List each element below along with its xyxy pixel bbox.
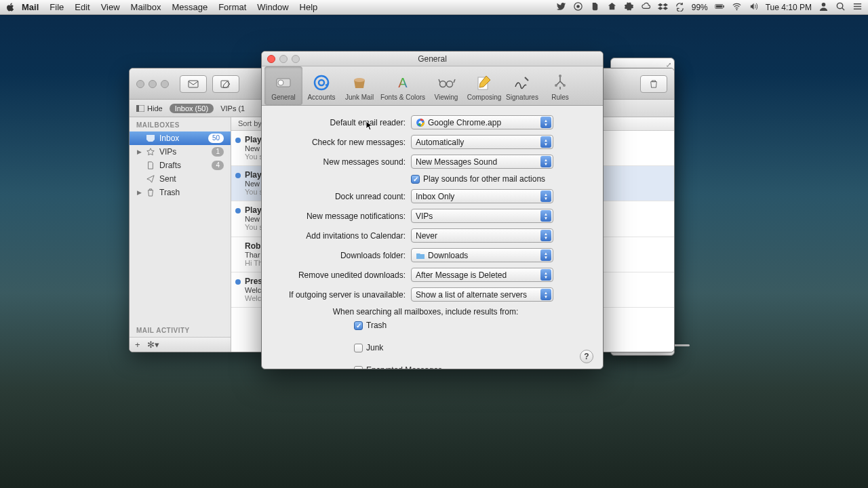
tab-signatures[interactable]: Signatures bbox=[503, 66, 541, 105]
unread-dot-icon bbox=[235, 279, 241, 285]
menu-window[interactable]: Window bbox=[257, 2, 288, 12]
dock-popup[interactable]: Inbox Only▲▼ bbox=[411, 189, 553, 203]
zoom-icon[interactable] bbox=[161, 80, 169, 88]
tab-accounts[interactable]: Accounts bbox=[302, 66, 340, 105]
prefs-titlebar: General bbox=[262, 52, 603, 66]
apple-icon[interactable] bbox=[5, 3, 15, 12]
svg-rect-3 bbox=[723, 5, 724, 7]
unread-dot-icon bbox=[235, 138, 241, 143]
chrome-icon bbox=[416, 118, 425, 127]
compose-button[interactable] bbox=[212, 75, 239, 93]
sidebar-sent[interactable]: Sent bbox=[130, 172, 231, 186]
at-icon bbox=[312, 73, 331, 92]
clock-text[interactable]: Tue 4:10 PM bbox=[766, 3, 812, 12]
favorite-vips[interactable]: VIPs (1 bbox=[220, 104, 245, 113]
search-heading: When searching all mailboxes, include re… bbox=[262, 307, 589, 317]
menu-view[interactable]: View bbox=[101, 2, 120, 12]
default-reader-popup[interactable]: Google Chrome.app▲▼ bbox=[411, 115, 553, 129]
battery-percent[interactable]: 99% bbox=[692, 3, 708, 12]
unread-dot-icon bbox=[235, 208, 241, 214]
junk-icon bbox=[350, 73, 369, 92]
wifi-icon[interactable] bbox=[732, 1, 742, 14]
paper-plane-icon bbox=[146, 175, 155, 183]
svg-point-22 bbox=[440, 81, 446, 87]
close-icon[interactable] bbox=[267, 55, 275, 63]
tab-viewing[interactable]: Viewing bbox=[427, 66, 465, 105]
favorite-inbox[interactable]: Inbox (50) bbox=[170, 104, 214, 113]
minimize-icon[interactable] bbox=[279, 55, 288, 63]
sidebar-drafts[interactable]: Drafts4 bbox=[130, 159, 231, 172]
zoom-icon[interactable] bbox=[292, 55, 300, 63]
menu-format[interactable]: Format bbox=[218, 2, 246, 12]
svg-point-5 bbox=[736, 9, 737, 10]
dropbox-icon[interactable] bbox=[658, 1, 668, 14]
downloads-popup[interactable]: Downloads▲▼ bbox=[411, 248, 553, 262]
remove-popup[interactable]: After Message is Deleted▲▼ bbox=[411, 268, 553, 282]
fonts-icon: A bbox=[393, 73, 412, 92]
menubar-app-name[interactable]: Mail bbox=[22, 2, 39, 12]
home-icon[interactable] bbox=[607, 1, 617, 14]
search-junk-checkbox[interactable]: Junk bbox=[354, 343, 589, 352]
sidebar-vips[interactable]: ▶ VIPs1 bbox=[130, 145, 231, 159]
minimize-icon[interactable] bbox=[149, 80, 157, 88]
check-new-popup[interactable]: Automatically▲▼ bbox=[411, 135, 553, 149]
preferences-window: General General Accounts Junk Mail AFont… bbox=[261, 51, 604, 369]
notif-popup[interactable]: VIPs▲▼ bbox=[411, 209, 553, 223]
help-button[interactable]: ? bbox=[580, 350, 593, 363]
trash-icon bbox=[146, 188, 155, 197]
tab-junk-mail[interactable]: Junk Mail bbox=[340, 66, 378, 105]
tab-rules[interactable]: Rules bbox=[541, 66, 579, 105]
menu-message[interactable]: Message bbox=[172, 2, 208, 12]
glasses-icon bbox=[437, 73, 456, 92]
cloud-icon[interactable] bbox=[641, 1, 651, 14]
sidebar-inbox[interactable]: Inbox50 bbox=[130, 131, 231, 145]
signature-icon bbox=[513, 73, 532, 92]
switch-icon bbox=[274, 73, 293, 92]
menu-edit[interactable]: Edit bbox=[75, 2, 90, 12]
action-menu-button[interactable]: ✻▾ bbox=[147, 340, 159, 350]
downloads-label: Downloads folder: bbox=[275, 251, 411, 260]
tab-fonts-colors[interactable]: AFonts & Colors bbox=[378, 66, 427, 105]
notification-center-icon[interactable] bbox=[852, 1, 863, 14]
hide-sidebar-button[interactable]: Hide bbox=[136, 104, 163, 113]
gear-icon[interactable] bbox=[624, 1, 634, 14]
tab-composing[interactable]: Composing bbox=[465, 66, 503, 105]
get-mail-button[interactable] bbox=[180, 75, 207, 93]
menu-help[interactable]: Help bbox=[300, 2, 318, 12]
outgoing-popup[interactable]: Show a list of alternate servers▲▼ bbox=[411, 287, 553, 302]
search-encrypted-checkbox[interactable]: Encrypted Messages bbox=[354, 365, 589, 369]
svg-rect-12 bbox=[189, 81, 198, 87]
battery-icon[interactable] bbox=[715, 1, 725, 14]
svg-point-6 bbox=[822, 2, 826, 6]
sidebar-trash[interactable]: ▶ Trash bbox=[130, 186, 231, 199]
menu-mailbox[interactable]: Mailbox bbox=[131, 2, 161, 12]
user-icon[interactable] bbox=[818, 1, 829, 14]
mailboxes-section-label: MAILBOXES bbox=[130, 117, 231, 131]
prefs-title: General bbox=[418, 54, 447, 64]
invites-popup[interactable]: Never▲▼ bbox=[411, 228, 553, 243]
play-sounds-checkbox[interactable]: Play sounds for other mail actions bbox=[411, 174, 589, 184]
search-trash-checkbox[interactable]: Trash bbox=[354, 321, 589, 330]
svg-point-27 bbox=[563, 84, 566, 87]
star-icon bbox=[146, 148, 155, 156]
sidebar-footer: + ✻▾ bbox=[130, 337, 231, 352]
evernote-icon[interactable] bbox=[590, 1, 600, 14]
tab-general[interactable]: General bbox=[264, 66, 302, 105]
rules-icon bbox=[551, 73, 570, 92]
menubar: Mail File Edit View Mailbox Message Form… bbox=[0, 0, 868, 15]
twitter-icon[interactable] bbox=[556, 1, 566, 14]
menu-file[interactable]: File bbox=[50, 2, 64, 12]
record-icon[interactable] bbox=[573, 1, 583, 14]
svg-point-1 bbox=[576, 5, 580, 8]
add-button[interactable]: + bbox=[135, 340, 140, 350]
spotlight-icon[interactable] bbox=[835, 1, 846, 14]
close-icon[interactable] bbox=[136, 80, 144, 88]
pencil-paper-icon bbox=[475, 73, 494, 92]
svg-point-7 bbox=[837, 3, 842, 8]
volume-icon[interactable] bbox=[749, 1, 759, 14]
delete-button[interactable] bbox=[640, 75, 667, 93]
sound-popup[interactable]: New Messages Sound▲▼ bbox=[411, 155, 553, 169]
svg-point-18 bbox=[315, 76, 328, 89]
svg-line-8 bbox=[842, 7, 844, 9]
sync-icon[interactable] bbox=[675, 1, 685, 14]
